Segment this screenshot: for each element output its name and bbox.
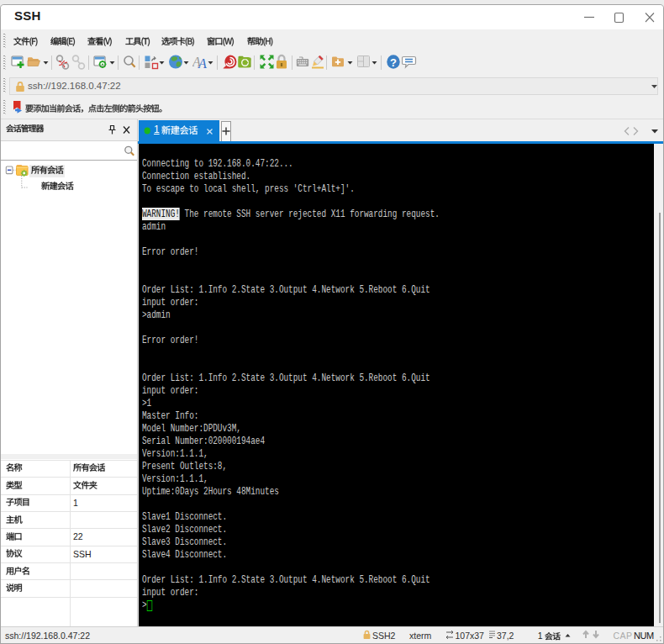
svg-text:A: A xyxy=(198,56,207,70)
svg-text:?: ? xyxy=(390,56,397,69)
